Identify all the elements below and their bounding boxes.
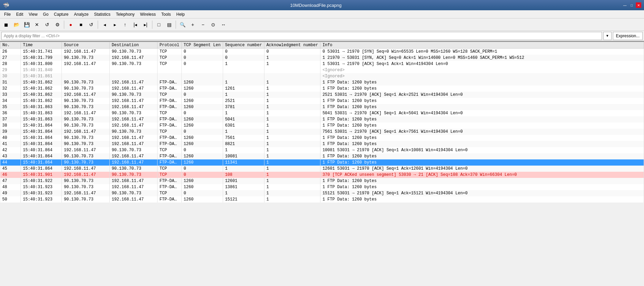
save-button[interactable]: 💾 bbox=[22, 20, 31, 29]
capture-options-button[interactable]: ⚙ bbox=[53, 20, 62, 29]
go-last-button[interactable]: ▸| bbox=[141, 20, 150, 29]
table-row[interactable]: 2715:40:31.79990.130.70.73192.168.11.47T… bbox=[0, 55, 644, 61]
table-row[interactable]: 4215:40:31.864192.168.11.4790.130.70.73T… bbox=[0, 147, 644, 153]
table-row[interactable]: 4815:40:31.92390.130.70.73192.168.11.47F… bbox=[0, 184, 644, 190]
close-button[interactable]: ✕ bbox=[636, 2, 641, 8]
find-packet-button[interactable]: 🔍 bbox=[178, 20, 187, 29]
packet-dest: 192.168.11.47 bbox=[110, 178, 157, 184]
col-header-no[interactable]: No. bbox=[0, 42, 21, 49]
menu-item-view[interactable]: View bbox=[26, 10, 40, 18]
auto-scroll-button[interactable]: ↔ bbox=[219, 20, 228, 29]
menu-item-analyze[interactable]: Analyze bbox=[71, 10, 92, 18]
packet-ack: 1 bbox=[264, 153, 320, 159]
packet-seq: 8821 bbox=[223, 141, 264, 147]
table-row[interactable]: 5015:40:31.92390.130.70.73192.168.11.47F… bbox=[0, 196, 644, 203]
packet-info: 1 FTP Data: 1260 bytes bbox=[320, 104, 644, 110]
packet-list-container[interactable]: No. Time Source Destination Protocol TCP… bbox=[0, 41, 644, 286]
packet-seq: 1 bbox=[223, 129, 264, 135]
packet-info: 1 FTP Data: 1260 bytes bbox=[320, 135, 644, 141]
expression-button[interactable]: Expression... bbox=[613, 32, 643, 40]
close-capture-button[interactable]: ✕ bbox=[32, 20, 42, 29]
menu-item-wireless[interactable]: Wireless bbox=[137, 10, 159, 18]
table-row[interactable]: 4115:40:31.86490.130.70.73192.168.11.47F… bbox=[0, 141, 644, 147]
reload-button[interactable]: ↺ bbox=[42, 20, 52, 29]
packet-seq: 13861 bbox=[223, 184, 264, 190]
minimize-button[interactable]: — bbox=[622, 2, 628, 8]
table-row[interactable]: 3615:40:31.863192.168.11.4790.130.70.73T… bbox=[0, 110, 644, 116]
col-header-ack[interactable]: Acknowledgment number bbox=[264, 42, 320, 49]
app-logo: 🦈 bbox=[3, 2, 10, 9]
table-row[interactable]: 4715:40:31.92290.130.70.73192.168.11.47F… bbox=[0, 178, 644, 184]
go-to-packet-button[interactable]: ↑ bbox=[120, 20, 130, 29]
start-capture-button[interactable]: ● bbox=[66, 20, 76, 29]
table-row[interactable]: 2615:40:31.741192.168.11.4790.130.70.73T… bbox=[0, 49, 644, 55]
col-header-seq[interactable]: Sequence number bbox=[223, 42, 264, 49]
menu-item-file[interactable]: File bbox=[1, 10, 13, 18]
packet-dest: 90.130.70.73 bbox=[110, 110, 157, 116]
table-row[interactable]: 3415:40:31.86290.130.70.73192.168.11.47F… bbox=[0, 98, 644, 104]
display-filter-input[interactable] bbox=[1, 32, 602, 40]
packet-time: 15:40:31.923 bbox=[21, 190, 62, 196]
resize-button[interactable]: ▤ bbox=[164, 20, 174, 29]
packet-dest bbox=[110, 73, 157, 79]
packet-len: 1260 bbox=[181, 122, 223, 129]
menu-item-go[interactable]: Go bbox=[40, 10, 51, 18]
table-row[interactable]: 4015:40:31.86490.130.70.73192.168.11.47F… bbox=[0, 135, 644, 141]
menu-item-telephony[interactable]: Telephony bbox=[113, 10, 137, 18]
packet-proto: FTP-DA… bbox=[157, 153, 182, 159]
menu-item-capture[interactable]: Capture bbox=[51, 10, 71, 18]
table-row[interactable]: 3915:40:31.864192.168.11.4790.130.70.73T… bbox=[0, 129, 644, 135]
packet-seq: 15121 bbox=[223, 196, 264, 203]
menu-item-tools[interactable]: Tools bbox=[159, 10, 174, 18]
packet-source: 192.168.11.47 bbox=[62, 129, 110, 135]
table-row[interactable]: 4315:40:31.86490.130.70.73192.168.11.47F… bbox=[0, 153, 644, 159]
packet-ack: 1 bbox=[264, 122, 320, 129]
open-button[interactable]: 📂 bbox=[12, 20, 21, 29]
packet-dest: 192.168.11.47 bbox=[110, 98, 157, 104]
packet-info: 7561 53031 → 21970 [ACK] Seq=1 Ack=7561 … bbox=[320, 129, 644, 135]
packet-dest bbox=[110, 67, 157, 73]
normal-size-button[interactable]: □ bbox=[154, 20, 164, 29]
stop-capture-button[interactable]: ■ bbox=[76, 20, 86, 29]
menu-item-edit[interactable]: Edit bbox=[13, 10, 26, 18]
go-first-button[interactable]: |◂ bbox=[131, 20, 140, 29]
col-header-time[interactable]: Time bbox=[21, 42, 62, 49]
restart-capture-button[interactable]: ↺ bbox=[86, 20, 96, 29]
table-row[interactable]: 2915:40:31.840<Ignored> bbox=[0, 67, 644, 73]
maximize-button[interactable]: □ bbox=[629, 2, 634, 8]
new-capture-button[interactable]: ◼ bbox=[1, 20, 11, 29]
go-forward-button[interactable]: ▸ bbox=[110, 20, 120, 29]
zoom-in-button[interactable]: + bbox=[188, 20, 197, 29]
col-header-info[interactable]: Info bbox=[320, 42, 644, 49]
table-row[interactable]: 3115:40:31.86290.130.70.73192.168.11.47F… bbox=[0, 79, 644, 86]
table-row[interactable]: 3315:40:31.862192.168.11.4790.130.70.73T… bbox=[0, 92, 644, 98]
filter-dropdown-button[interactable]: ▼ bbox=[603, 32, 612, 40]
packet-proto bbox=[157, 67, 182, 73]
table-row[interactable]: 4515:40:31.864192.168.11.4790.130.70.73T… bbox=[0, 166, 644, 172]
packet-ack: 1 bbox=[264, 61, 320, 67]
menu-item-statistics[interactable]: Statistics bbox=[91, 10, 113, 18]
table-row[interactable]: 3215:40:31.86290.130.70.73192.168.11.47F… bbox=[0, 86, 644, 92]
table-row[interactable]: 4415:40:31.86490.130.70.73192.168.11.47F… bbox=[0, 159, 644, 166]
table-row[interactable]: 3515:40:31.86390.130.70.73192.168.11.47F… bbox=[0, 104, 644, 110]
table-row[interactable]: 3015:40:31.861<Ignored> bbox=[0, 73, 644, 79]
go-back-button[interactable]: ◂ bbox=[100, 20, 109, 29]
packet-time: 15:40:31.864 bbox=[21, 159, 62, 166]
table-row[interactable]: 3815:40:31.86490.130.70.73192.168.11.47F… bbox=[0, 122, 644, 129]
zoom-out-button[interactable]: − bbox=[198, 20, 208, 29]
table-row[interactable]: 2815:40:31.800192.168.11.4790.130.70.73T… bbox=[0, 61, 644, 67]
packet-ack: 1 bbox=[264, 55, 320, 61]
zoom-reset-button[interactable]: ⊙ bbox=[208, 20, 218, 29]
table-row[interactable]: 4915:40:31.923192.168.11.4790.130.70.73T… bbox=[0, 190, 644, 196]
filter-bar: ▼ Expression... bbox=[0, 31, 644, 41]
packet-no: 33 bbox=[0, 92, 21, 98]
packet-source: 192.168.11.47 bbox=[62, 190, 110, 196]
col-header-source[interactable]: Source bbox=[62, 42, 110, 49]
packet-no: 29 bbox=[0, 67, 21, 73]
table-row[interactable]: 4615:40:31.901192.168.11.4790.130.70.73T… bbox=[0, 172, 644, 178]
table-row[interactable]: 3715:40:31.86390.130.70.73192.168.11.47F… bbox=[0, 116, 644, 122]
col-header-tcp-len[interactable]: TCP Segment Len bbox=[181, 42, 223, 49]
col-header-destination[interactable]: Destination bbox=[110, 42, 157, 49]
menu-item-help[interactable]: Help bbox=[174, 10, 188, 18]
col-header-protocol[interactable]: Protocol bbox=[157, 42, 182, 49]
